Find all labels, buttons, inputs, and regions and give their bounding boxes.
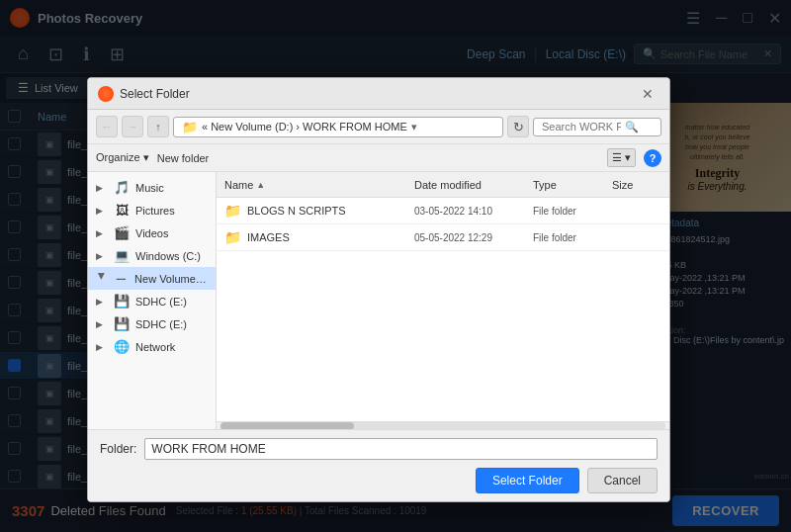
videos-icon: 🎬: [114, 225, 130, 240]
expand-arrow: ▶: [96, 183, 108, 193]
list-item[interactable]: 📁 BLOGS N SCRIPTS 03-05-2022 14:10 File …: [217, 198, 669, 224]
folder-label: Folder:: [100, 442, 136, 456]
select-folder-modal: Select Folder ✕ ← → ↑ 📁 « New Volume (D:…: [87, 77, 670, 502]
expand-arrow: ▶: [96, 297, 108, 307]
sidebar-label-sdhc1: SDHC (E:): [135, 296, 187, 308]
network-icon: 🌐: [114, 339, 130, 354]
modal-title: Select Folder: [120, 87, 630, 101]
path-text: « New Volume (D:) › WORK FROM HOME: [202, 121, 407, 133]
file-row-name: BLOGS N SCRIPTS: [247, 205, 414, 217]
expand-arrow: ▶: [96, 228, 108, 238]
file-row-date: 05-05-2022 12:29: [414, 232, 533, 243]
folder-row: Folder:: [100, 438, 658, 460]
expand-arrow: ▶: [96, 342, 108, 352]
view-button[interactable]: ☰ ▾: [607, 148, 636, 167]
path-folder-icon: 📁: [182, 120, 198, 134]
cancel-button[interactable]: Cancel: [587, 468, 658, 493]
music-icon: 🎵: [114, 180, 130, 195]
file-row-type: File folder: [533, 206, 612, 217]
sidebar-item-sdhc2[interactable]: ▶ 💾 SDHC (E:): [88, 312, 216, 335]
address-bar: ← → ↑ 📁 « New Volume (D:) › WORK FROM HO…: [88, 110, 669, 144]
sidebar-item-new-volume[interactable]: ▶ ─ New Volume (D: [88, 267, 216, 290]
select-folder-button[interactable]: Select Folder: [476, 468, 579, 493]
sidebar-item-windows[interactable]: ▶ 💻 Windows (C:): [88, 244, 216, 267]
sidebar-label-sdhc2: SDHC (E:): [135, 318, 187, 330]
organize-button[interactable]: Organize ▾: [96, 151, 149, 164]
sidebar-label-pictures: Pictures: [135, 205, 175, 217]
modal-overlay: Select Folder ✕ ← → ↑ 📁 « New Volume (D:…: [0, 0, 791, 532]
col-header-type[interactable]: Type: [533, 179, 612, 191]
sidebar-item-pictures[interactable]: ▶ 🖼 Pictures: [88, 199, 216, 222]
up-button[interactable]: ↑: [147, 116, 169, 137]
sidebar-item-music[interactable]: ▶ 🎵 Music: [88, 176, 216, 199]
modal-title-bar: Select Folder ✕: [88, 78, 669, 110]
modal-footer: Folder: Select Folder Cancel: [88, 429, 669, 501]
forward-button[interactable]: →: [122, 116, 143, 137]
modal-search-input[interactable]: [542, 121, 621, 133]
address-path[interactable]: 📁 « New Volume (D:) › WORK FROM HOME ▾: [173, 117, 503, 137]
sdhc2-icon: 💾: [114, 316, 130, 331]
scroll-thumb[interactable]: [220, 422, 354, 429]
list-item[interactable]: 📁 IMAGES 05-05-2022 12:29 File folder: [217, 224, 669, 251]
sdhc1-icon: 💾: [114, 294, 130, 309]
help-icon[interactable]: ?: [644, 149, 661, 167]
files-rows: 📁 BLOGS N SCRIPTS 03-05-2022 14:10 File …: [217, 198, 669, 421]
sidebar-label-new-volume: New Volume (D: [134, 273, 208, 285]
sidebar-item-videos[interactable]: ▶ 🎬 Videos: [88, 222, 216, 244]
new-folder-button[interactable]: New folder: [157, 152, 210, 164]
buttons-row: Select Folder Cancel: [100, 468, 658, 493]
file-row-type: File folder: [533, 232, 612, 243]
modal-body: ▶ 🎵 Music ▶ 🖼 Pictures ▶ 🎬 Videos ▶ 💻: [88, 172, 669, 429]
scroll-track[interactable]: [220, 422, 665, 429]
back-button[interactable]: ←: [96, 116, 118, 137]
expand-arrow: ▶: [96, 251, 108, 261]
col-header-date[interactable]: Date modified: [414, 179, 533, 191]
sidebar-item-sdhc1[interactable]: ▶ 💾 SDHC (E:): [88, 290, 216, 312]
folder-icon: 📁: [224, 229, 241, 245]
modal-close-button[interactable]: ✕: [636, 84, 659, 104]
scroll-indicator: [217, 421, 669, 429]
sidebar-label-videos: Videos: [135, 227, 168, 239]
sidebar-label-network: Network: [135, 341, 175, 353]
sidebar-label-music: Music: [135, 182, 164, 194]
folder-icon: 📁: [224, 203, 241, 219]
sort-arrow: ▲: [256, 180, 265, 190]
modal-files: Name ▲ Date modified Type Size 📁 BLOGS N…: [217, 172, 669, 429]
expand-arrow: ▶: [96, 319, 108, 329]
modal-toolbar: Organize ▾ New folder ☰ ▾ ?: [88, 144, 669, 172]
refresh-button[interactable]: ↻: [507, 116, 529, 137]
modal-search-field: 🔍: [533, 118, 661, 136]
folder-input[interactable]: [144, 438, 658, 460]
windows-icon: 💻: [114, 248, 130, 263]
new-volume-icon: ─: [114, 271, 129, 286]
sidebar-label-windows: Windows (C:): [135, 250, 201, 262]
expand-arrow: ▶: [96, 206, 108, 216]
pictures-icon: 🖼: [114, 203, 130, 218]
path-dropdown-icon[interactable]: ▾: [411, 121, 417, 133]
sidebar-item-network[interactable]: ▶ 🌐 Network: [88, 335, 216, 358]
file-row-name: IMAGES: [247, 231, 414, 243]
modal-search-icon: 🔍: [625, 121, 639, 133]
expand-arrow: ▶: [97, 273, 107, 285]
modal-sidebar: ▶ 🎵 Music ▶ 🖼 Pictures ▶ 🎬 Videos ▶ 💻: [88, 172, 217, 429]
files-header: Name ▲ Date modified Type Size: [217, 172, 669, 198]
file-row-date: 03-05-2022 14:10: [414, 206, 533, 217]
col-header-size: Size: [612, 179, 661, 191]
modal-logo: [98, 86, 114, 102]
col-header-name[interactable]: Name ▲: [224, 179, 414, 191]
